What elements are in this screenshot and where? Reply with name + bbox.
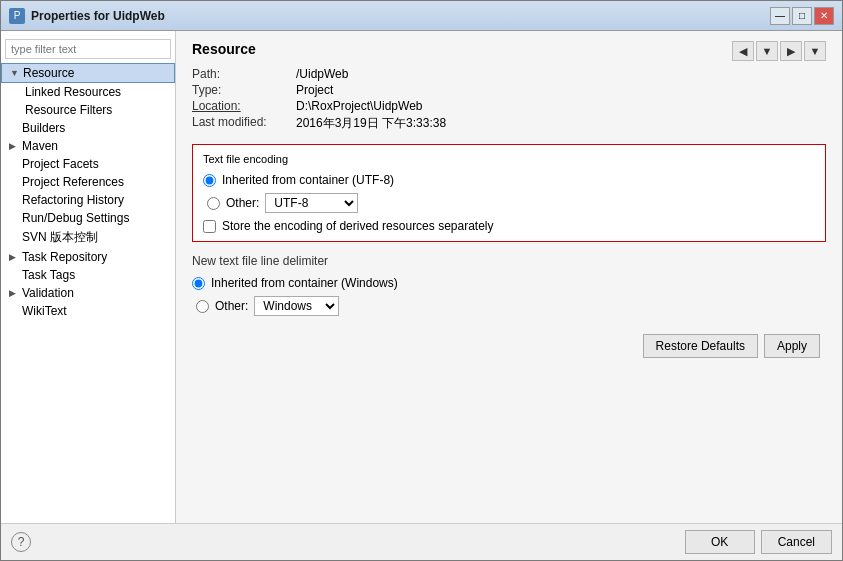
sidebar-item-task-repository-label: Task Repository <box>22 250 107 264</box>
dialog-icon: P <box>9 8 25 24</box>
expand-arrow-task-repository: ▶ <box>9 252 19 262</box>
other-encoding-radio[interactable] <box>207 197 220 210</box>
type-value: Project <box>296 83 826 97</box>
title-bar: P Properties for UidpWeb — □ ✕ <box>1 1 842 31</box>
inherited-radio-row: Inherited from container (UTF-8) <box>203 173 815 187</box>
line-delimiter-inherited-row: Inherited from container (Windows) <box>192 276 826 290</box>
cancel-button[interactable]: Cancel <box>761 530 832 554</box>
expand-arrow-validation: ▶ <box>9 288 19 298</box>
store-encoding-label: Store the encoding of derived resources … <box>222 219 494 233</box>
other-encoding-label: Other: <box>226 196 259 210</box>
expand-arrow-wikitext <box>9 306 19 316</box>
line-delimiter-inherited-label: Inherited from container (Windows) <box>211 276 398 290</box>
apply-button[interactable]: Apply <box>764 334 820 358</box>
maximize-button[interactable]: □ <box>792 7 812 25</box>
footer-left: ? <box>11 532 31 552</box>
line-delimiter-title: New text file line delimiter <box>192 254 826 268</box>
line-delimiter-other-radio[interactable] <box>196 300 209 313</box>
sidebar-item-project-references-label: Project References <box>22 175 124 189</box>
bottom-action-row: Restore Defaults Apply <box>192 328 826 364</box>
dialog-body: ▼ Resource Linked Resources Resource Fil… <box>1 31 842 523</box>
inherited-radio[interactable] <box>203 174 216 187</box>
properties-dialog: P Properties for UidpWeb — □ ✕ ▼ Resourc… <box>0 0 843 561</box>
store-encoding-checkbox[interactable] <box>203 220 216 233</box>
sidebar-item-validation[interactable]: ▶ Validation <box>1 284 175 302</box>
footer-right: OK Cancel <box>685 530 832 554</box>
page-title: Resource <box>192 41 256 57</box>
nav-bar: ◀ ▼ ▶ ▼ <box>732 41 826 61</box>
close-button[interactable]: ✕ <box>814 7 834 25</box>
sidebar-item-builders[interactable]: Builders <box>1 119 175 137</box>
sidebar-item-resource-filters[interactable]: Resource Filters <box>1 101 175 119</box>
sidebar-item-validation-label: Validation <box>22 286 74 300</box>
sidebar-item-svn[interactable]: SVN 版本控制 <box>1 227 175 248</box>
expand-arrow-maven: ▶ <box>9 141 19 151</box>
sidebar-item-task-repository[interactable]: ▶ Task Repository <box>1 248 175 266</box>
other-encoding-dropdown[interactable]: UTF-8 UTF-16 ISO-8859-1 <box>265 193 358 213</box>
sidebar-item-resource[interactable]: ▼ Resource <box>1 63 175 83</box>
sidebar-item-refactoring-history-label: Refactoring History <box>22 193 124 207</box>
sidebar-item-wikitext-label: WikiText <box>22 304 67 318</box>
line-delimiter-other-label: Other: <box>215 299 248 313</box>
sidebar-item-run-debug-settings[interactable]: Run/Debug Settings <box>1 209 175 227</box>
path-label: Path: <box>192 67 292 81</box>
line-delimiter-section: New text file line delimiter Inherited f… <box>192 254 826 316</box>
type-label: Type: <box>192 83 292 97</box>
location-value: D:\RoxProject\UidpWeb <box>296 99 826 113</box>
sidebar-item-task-tags[interactable]: Task Tags <box>1 266 175 284</box>
main-content: Resource ◀ ▼ ▶ ▼ Path: /UidpWeb Type: Pr… <box>176 31 842 523</box>
title-bar-left: P Properties for UidpWeb <box>9 8 165 24</box>
sidebar-item-wikitext[interactable]: WikiText <box>1 302 175 320</box>
sidebar: ▼ Resource Linked Resources Resource Fil… <box>1 31 176 523</box>
expand-arrow-builders <box>9 123 19 133</box>
filter-input[interactable] <box>5 39 171 59</box>
text-file-encoding-box: Text file encoding Inherited from contai… <box>192 144 826 242</box>
sidebar-item-refactoring-history[interactable]: Refactoring History <box>1 191 175 209</box>
location-label: Location: <box>192 99 292 113</box>
back-button[interactable]: ◀ <box>732 41 754 61</box>
line-delimiter-inherited-radio[interactable] <box>192 277 205 290</box>
inherited-radio-label: Inherited from container (UTF-8) <box>222 173 394 187</box>
sidebar-item-task-tags-label: Task Tags <box>22 268 75 282</box>
expand-arrow-resource: ▼ <box>10 68 20 78</box>
sidebar-item-project-facets-label: Project Facets <box>22 157 99 171</box>
title-buttons: — □ ✕ <box>770 7 834 25</box>
ok-button[interactable]: OK <box>685 530 755 554</box>
dialog-title: Properties for UidpWeb <box>31 9 165 23</box>
sidebar-item-linked-resources[interactable]: Linked Resources <box>1 83 175 101</box>
expand-arrow-task-tags <box>9 270 19 280</box>
line-delimiter-dropdown[interactable]: Windows Unix Mac OS X <box>254 296 339 316</box>
expand-arrow-svn <box>9 233 19 243</box>
sidebar-item-svn-label: SVN 版本控制 <box>22 229 98 246</box>
sidebar-item-resource-label: Resource <box>23 66 74 80</box>
minimize-button[interactable]: — <box>770 7 790 25</box>
info-table: Path: /UidpWeb Type: Project Location: D… <box>192 67 826 132</box>
last-modified-value: 2016年3月19日 下午3:33:38 <box>296 115 826 132</box>
sidebar-item-resource-filters-label: Resource Filters <box>25 103 112 117</box>
line-delimiter-other-row: Other: Windows Unix Mac OS X <box>192 296 826 316</box>
expand-arrow-project-references <box>9 177 19 187</box>
sidebar-item-project-facets[interactable]: Project Facets <box>1 155 175 173</box>
dialog-footer: ? OK Cancel <box>1 523 842 560</box>
forward-dropdown-button[interactable]: ▼ <box>804 41 826 61</box>
path-value: /UidpWeb <box>296 67 826 81</box>
restore-defaults-button[interactable]: Restore Defaults <box>643 334 758 358</box>
other-encoding-row: Other: UTF-8 UTF-16 ISO-8859-1 <box>203 193 815 213</box>
expand-arrow-run-debug <box>9 213 19 223</box>
forward-button[interactable]: ▶ <box>780 41 802 61</box>
last-modified-label: Last modified: <box>192 115 292 132</box>
sidebar-item-project-references[interactable]: Project References <box>1 173 175 191</box>
expand-arrow-refactoring-history <box>9 195 19 205</box>
store-encoding-checkbox-row: Store the encoding of derived resources … <box>203 219 815 233</box>
help-icon[interactable]: ? <box>11 532 31 552</box>
expand-arrow-project-facets <box>9 159 19 169</box>
sidebar-item-run-debug-label: Run/Debug Settings <box>22 211 129 225</box>
sidebar-item-linked-resources-label: Linked Resources <box>25 85 121 99</box>
sidebar-item-maven[interactable]: ▶ Maven <box>1 137 175 155</box>
text-file-encoding-title: Text file encoding <box>203 153 815 165</box>
sidebar-item-maven-label: Maven <box>22 139 58 153</box>
back-dropdown-button[interactable]: ▼ <box>756 41 778 61</box>
main-top: Resource ◀ ▼ ▶ ▼ <box>192 41 826 67</box>
sidebar-item-builders-label: Builders <box>22 121 65 135</box>
